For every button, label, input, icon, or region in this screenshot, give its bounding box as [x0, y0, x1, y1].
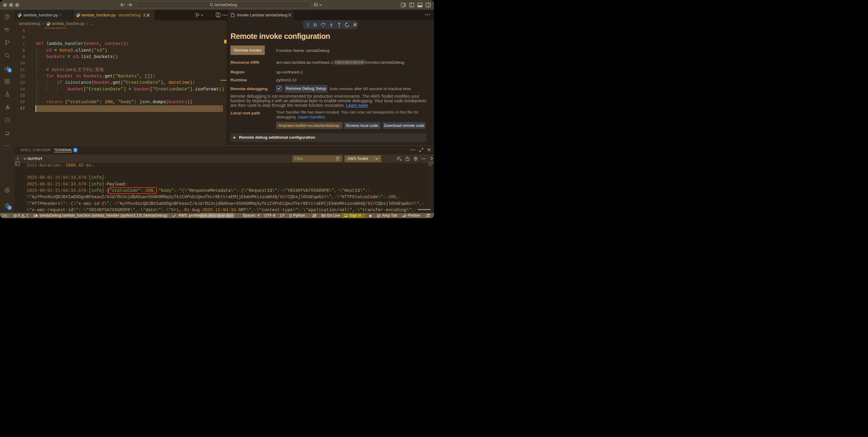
svg-text:aws: aws [4, 27, 9, 30]
